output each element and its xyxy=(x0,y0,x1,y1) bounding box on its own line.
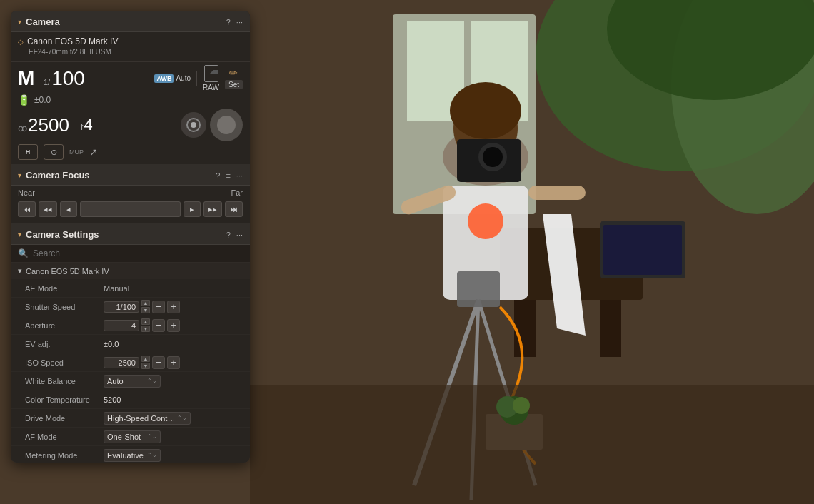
ae-mode-label: AE Mode xyxy=(25,284,104,293)
camera-section-header: ▾ Camera ? ··· xyxy=(11,11,250,32)
color-temp-row: Color Temperature 5200 xyxy=(11,390,250,409)
camera-settings-group-header: ▾ Canon EOS 5D Mark IV xyxy=(11,263,250,279)
focus-back-button[interactable]: ◂ xyxy=(60,201,77,217)
shutter-speed-row: Shutter Speed 1/100 ▲ ▼ − + xyxy=(11,298,250,316)
focus-forward-button[interactable]: ▸ xyxy=(184,201,201,217)
white-balance-label: White Balance xyxy=(25,377,104,385)
camera-info: ◇ Canon EOS 5D Mark IV EF24-70mm f/2.8L … xyxy=(11,32,250,62)
iso-speed-row: ISO Speed 2500 ▲ ▼ − + xyxy=(11,353,250,372)
settings-chevron[interactable]: ▾ xyxy=(18,231,21,238)
ae-mode-row: AE Mode Manual xyxy=(11,279,250,298)
dial-center xyxy=(191,122,196,128)
exposure-mode: M xyxy=(18,69,38,89)
iso-input[interactable]: 2500 xyxy=(104,357,139,368)
aperture-down[interactable]: ▼ xyxy=(141,326,150,332)
wb-label: AWB Auto xyxy=(154,74,191,83)
drive-mode-value: High-Speed Cont… xyxy=(107,414,175,423)
iso-stepper: 2500 ▲ ▼ − + xyxy=(104,356,180,369)
metering-mode-value: Evaluative xyxy=(107,451,144,460)
shutter-value: 100 xyxy=(51,67,85,90)
settings-section-header: ▾ Camera Settings ? ··· xyxy=(11,223,250,245)
focus-section-header: ▾ Camera Focus ? ≡ ··· xyxy=(11,164,250,186)
shutter-arrows: ▲ ▼ xyxy=(141,300,150,313)
ev-adj-label: EV adj. xyxy=(25,340,104,348)
drive-mode-select[interactable]: High-Speed Cont… ⌃⌄ xyxy=(104,412,191,425)
camera-ctrl-row4: H ⊙ MUP ↗ xyxy=(18,144,243,160)
color-temp-value: 5200 xyxy=(104,395,243,404)
camera-section-title: Camera xyxy=(26,16,222,27)
pencil-set-block: ✏ Set xyxy=(225,67,243,89)
camera-model-label: Canon EOS 5D Mark IV xyxy=(27,36,118,46)
drive-mode-arrow: ⌃⌄ xyxy=(177,415,187,421)
camera-ctrl-row1: M 1/ 100 AWB Auto RAW ✏ Set xyxy=(18,65,243,91)
color-temp-label: Color Temperature xyxy=(25,395,104,404)
settings-camera-model: Canon EOS 5D Mark IV xyxy=(26,267,109,276)
af-mode-select[interactable]: One-Shot ⌃⌄ xyxy=(104,430,161,443)
camera-more-icon[interactable]: ··· xyxy=(236,18,243,26)
iso-prefix-label: ꝏ xyxy=(18,123,27,133)
aperture-minus[interactable]: − xyxy=(152,319,165,332)
near-far-row: Near Far xyxy=(18,188,243,197)
aperture-arrows: ▲ ▼ xyxy=(141,318,150,332)
iso-minus[interactable]: − xyxy=(152,356,165,369)
metering-mode-row: Metering Mode Evaluative ⌃⌄ xyxy=(11,446,250,463)
settings-help-icon[interactable]: ? xyxy=(226,231,231,239)
iso-plus[interactable]: + xyxy=(167,356,180,369)
shutter-input[interactable]: 1/100 xyxy=(104,301,139,313)
custom-button[interactable]: ⊙ xyxy=(44,144,64,160)
iso-up[interactable]: ▲ xyxy=(141,356,150,362)
af-mode-label: AF Mode xyxy=(25,433,104,441)
main-dial-inner xyxy=(217,116,236,134)
aperture-input[interactable]: 4 xyxy=(104,320,139,331)
set-button[interactable]: Set xyxy=(225,80,243,89)
shutter-speed-label: Shutter Speed xyxy=(25,303,104,311)
iso-arrows: ▲ ▼ xyxy=(141,356,150,369)
camera-help-icon[interactable]: ? xyxy=(226,18,231,26)
shutter-up[interactable]: ▲ xyxy=(141,300,150,306)
aperture-label: Aperture xyxy=(25,321,104,330)
aperture-block: f 4 xyxy=(81,116,93,134)
settings-group-chevron[interactable]: ▾ xyxy=(18,266,22,276)
focus-section-title: Camera Focus xyxy=(26,170,211,181)
focus-help-icon[interactable]: ? xyxy=(216,171,220,180)
iso-value: 2500 xyxy=(28,114,69,136)
hdr-button[interactable]: H xyxy=(18,144,38,160)
camera-controls: M 1/ 100 AWB Auto RAW ✏ Set xyxy=(11,62,250,164)
wb-value: Auto xyxy=(176,74,191,82)
shutter-minus[interactable]: − xyxy=(152,301,165,313)
shutter-speed-display: 1/ 100 xyxy=(44,67,149,90)
shutter-down[interactable]: ▼ xyxy=(141,307,150,313)
search-input[interactable] xyxy=(33,248,243,258)
settings-section-title: Camera Settings xyxy=(26,229,222,240)
ev-value: ±0.0 xyxy=(34,95,51,105)
focus-fast-back-button[interactable]: ◂◂ xyxy=(39,201,57,217)
wb-block: AWB Auto xyxy=(154,74,191,83)
aperture-value: 4 xyxy=(84,116,92,134)
camera-section-icons: ? ··· xyxy=(226,18,243,26)
focus-skip-forward-button[interactable]: ⏭ xyxy=(225,201,243,217)
camera-ctrl-row3: ꝏ 2500 f 4 xyxy=(18,109,243,141)
aperture-plus[interactable]: + xyxy=(167,319,180,332)
aperture-up[interactable]: ▲ xyxy=(141,318,150,325)
main-dial[interactable] xyxy=(210,109,243,141)
mup-label: MUP xyxy=(69,148,84,156)
focus-fast-forward-button[interactable]: ▸▸ xyxy=(204,201,222,217)
camera-ctrl-row2: 🔋 ±0.0 xyxy=(18,94,243,106)
metering-mode-select[interactable]: Evaluative ⌃⌄ xyxy=(104,449,161,462)
settings-section: ▾ Camera Settings ? ··· 🔍 ▾ Canon EOS 5D… xyxy=(11,223,250,463)
edit-icon[interactable]: ✏ xyxy=(229,67,238,79)
camera-select-arrow[interactable]: ◇ xyxy=(18,38,24,46)
shutter-dial[interactable] xyxy=(181,112,206,138)
battery-icon: 🔋 xyxy=(18,94,30,106)
ev-adj-value: ±0.0 xyxy=(104,340,243,348)
focus-chevron[interactable]: ▾ xyxy=(18,171,21,179)
focus-list-icon[interactable]: ≡ xyxy=(226,171,230,180)
shutter-plus[interactable]: + xyxy=(167,301,180,313)
iso-down[interactable]: ▼ xyxy=(141,363,150,369)
camera-chevron[interactable]: ▾ xyxy=(18,18,21,26)
focus-skip-back-button[interactable]: ⏮ xyxy=(18,201,36,217)
mup-arrow-icon: ↗ xyxy=(89,146,98,158)
white-balance-select[interactable]: Auto ⌃⌄ xyxy=(104,375,161,388)
focus-more-icon[interactable]: ··· xyxy=(236,171,243,180)
settings-more-icon[interactable]: ··· xyxy=(236,231,243,239)
